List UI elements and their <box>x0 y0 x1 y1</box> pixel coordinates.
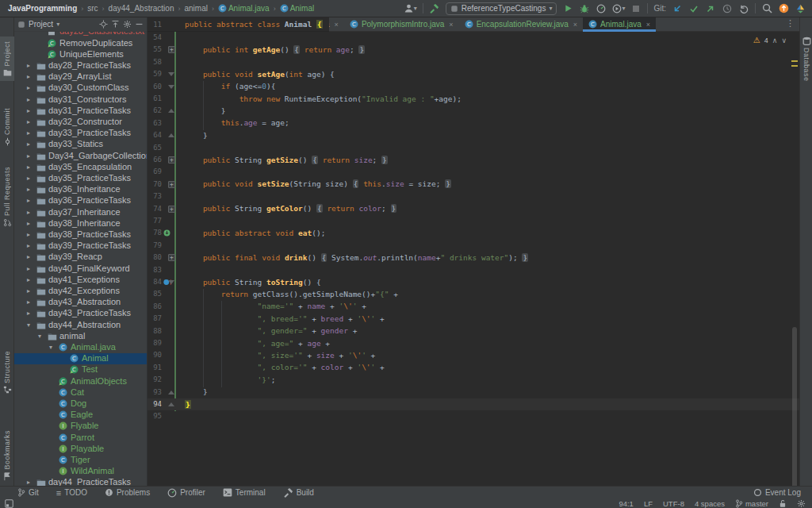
stripe-button-commit[interactable]: Commit <box>0 106 14 148</box>
code-line-65[interactable]: 65 <box>147 142 799 154</box>
fold-marker[interactable] <box>168 401 175 408</box>
search-everywhere-button[interactable] <box>761 2 772 15</box>
code-line-95[interactable]: 95 <box>147 410 799 422</box>
gear-icon[interactable] <box>123 20 132 29</box>
debug-button[interactable] <box>579 2 590 15</box>
tree-item-day42-exceptions[interactable]: ▸day42_Exceptions <box>14 285 147 296</box>
stripe-button-database[interactable]: Database <box>800 37 812 92</box>
tree-item-day28-practicetasks[interactable]: ▸day28_PracticeTasks <box>14 60 147 71</box>
stripe-button-pull-requests[interactable]: Pull Requests <box>0 162 14 232</box>
code-line-59[interactable]: 59 public void setAge(int age) { <box>147 68 799 80</box>
tree-item-cat[interactable]: CCat <box>14 387 147 398</box>
tree-item-eagle[interactable]: CEagle <box>14 410 147 421</box>
breadcrumb-item[interactable]: JavaProgramming <box>8 4 77 13</box>
tab-polymorphismintro-java[interactable]: CPolymorphismIntro.java× <box>344 17 459 31</box>
code-line-87[interactable]: 87 ", breed='" + breed + '\'' + <box>147 313 799 325</box>
chevron-right-icon[interactable]: ▸ <box>27 62 30 69</box>
git-commit-button[interactable] <box>688 2 699 15</box>
code-line-83[interactable]: 83 <box>147 264 799 276</box>
code-line-88[interactable]: 88 ", gender=" + gender + <box>147 325 799 337</box>
code-line-60[interactable]: 60 if (age<=0){ <box>147 81 799 93</box>
status-line-ending[interactable]: LF <box>644 499 653 508</box>
tree-item-tiger[interactable]: CTiger <box>14 454 147 465</box>
chevron-right-icon[interactable]: ▸ <box>27 479 30 486</box>
ide-update-icon[interactable] <box>778 2 789 15</box>
code-line-62[interactable]: 62 } <box>147 105 799 117</box>
next-warning-icon[interactable]: ∨ <box>781 37 787 44</box>
tree-item-day39-practicetasks[interactable]: ▸day39_PracticeTasks <box>14 241 147 252</box>
tree-item-day33-practicetasks[interactable]: ▸day33_PracticeTasks <box>14 128 147 139</box>
chevron-down-icon[interactable]: ▾ <box>38 333 41 340</box>
event-log-button[interactable]: Event Log <box>753 488 801 497</box>
tree-item-day31-constructors[interactable]: ▸day31_Constructors <box>14 94 147 105</box>
code-editor[interactable]: 5455+ public int getAge() { return age; … <box>147 32 799 486</box>
stop-button[interactable] <box>630 2 642 15</box>
fold-marker[interactable] <box>168 71 175 78</box>
toolwindow-button-profiler[interactable]: Profiler <box>167 488 205 498</box>
chevron-right-icon[interactable]: ▸ <box>27 220 30 227</box>
code-line-69[interactable]: 69 <box>147 166 799 178</box>
chevron-right-icon[interactable]: ▸ <box>27 118 30 125</box>
close-icon[interactable]: × <box>335 21 339 29</box>
tree-item-uniqueelements[interactable]: CUniqueElements <box>14 48 147 60</box>
status-indent-size[interactable]: 4 spaces <box>695 499 725 508</box>
run-button[interactable] <box>562 2 573 15</box>
code-line-89[interactable]: 89 ", age=" + age + <box>147 337 799 349</box>
chevron-right-icon[interactable]: ▸ <box>27 287 30 294</box>
toolwindow-button-problems[interactable]: Problems <box>105 488 150 497</box>
code-line-74[interactable]: 74+ public String getColor() { return co… <box>147 203 799 215</box>
tree-item-day35-encapsulation[interactable]: ▸day35_Encapsulation <box>14 161 147 172</box>
chevron-right-icon[interactable]: ▸ <box>27 96 30 103</box>
build-hammer-icon[interactable] <box>429 2 440 15</box>
code-line-58[interactable]: 58 <box>147 56 799 68</box>
tree-item-day29-arraylist[interactable]: ▸day29_ArrayList <box>14 71 147 83</box>
tree-item-playable[interactable]: IPlayable <box>14 443 147 454</box>
status-caret-position[interactable]: 94:1 <box>619 499 634 508</box>
tree-item-day39-reacp[interactable]: ▸day39_Reacp <box>14 252 147 263</box>
code-line-79[interactable]: 79 <box>147 240 799 252</box>
fold-marker[interactable]: + <box>168 181 175 188</box>
fold-marker[interactable]: + <box>168 46 175 53</box>
chevron-right-icon[interactable]: ▸ <box>27 73 30 80</box>
code-line-84[interactable]: 84 public String toString() { <box>147 276 799 288</box>
chevron-right-icon[interactable]: ▸ <box>27 265 30 272</box>
code-line-66[interactable]: 66+ public String getSize() { return siz… <box>147 154 799 166</box>
implement-gutter-icon[interactable] <box>163 229 170 237</box>
tree-item-day35-practicetasks[interactable]: ▸day35_PracticeTasks <box>14 172 147 183</box>
readonly-lock-icon[interactable] <box>779 499 787 508</box>
chevron-right-icon[interactable]: ▸ <box>27 186 30 193</box>
chevron-right-icon[interactable]: ▸ <box>27 209 30 216</box>
code-line-54[interactable]: 54 <box>147 32 799 44</box>
locate-file-icon[interactable] <box>99 20 108 29</box>
tree-item-day30-customclass[interactable]: ▸day30_CustomClass <box>14 83 147 94</box>
tree-item-day33-statics[interactable]: ▸day33_Statics <box>14 139 147 150</box>
breadcrumb-item[interactable]: animal <box>184 4 207 13</box>
close-icon[interactable]: × <box>449 21 453 29</box>
status-git-branch[interactable]: master <box>735 499 768 508</box>
tree-item-day34-garbagecollection[interactable]: ▸Day34_GarbageCollection <box>14 150 147 161</box>
tree-item-animal-java[interactable]: ▾CAnimal.java <box>14 341 147 352</box>
project-panel-title[interactable]: Project <box>29 20 53 29</box>
breadcrumb-item[interactable]: CAnimal <box>280 4 315 13</box>
tree-item-parrot[interactable]: CParrot <box>14 432 147 443</box>
code-line-78[interactable]: 78 public abstract void eat(); <box>147 227 799 239</box>
code-line-77[interactable]: 77 <box>147 215 799 227</box>
status-encoding[interactable]: UTF-8 <box>663 499 684 508</box>
tree-item-animal[interactable]: ▾animal <box>14 330 147 341</box>
tree-item-day41-exceptions[interactable]: ▸day41_Exceptions <box>14 274 147 285</box>
tab-encapsulationreview-java[interactable]: CEncapsulationReview.java× <box>459 17 583 31</box>
code-line-73[interactable]: 73 <box>147 190 799 202</box>
chevron-down-icon[interactable]: ▾ <box>56 21 59 28</box>
stripe-button-project[interactable]: Project <box>0 37 14 81</box>
chevron-right-icon[interactable]: ▸ <box>27 140 30 148</box>
code-line-61[interactable]: 61 throw new RuntimeException("Invalid a… <box>147 93 799 105</box>
fold-marker[interactable] <box>168 83 175 90</box>
fold-marker[interactable] <box>168 389 175 396</box>
chevron-right-icon[interactable]: ▸ <box>27 310 30 317</box>
fold-marker[interactable]: + <box>168 254 175 261</box>
rollback-button[interactable] <box>738 2 749 15</box>
chevron-right-icon[interactable]: ▸ <box>27 152 30 160</box>
tree-item-day31-practicetasks[interactable]: ▸day31_PracticeTasks <box>14 105 147 116</box>
tree-item-flyable[interactable]: IFlyable <box>14 421 147 432</box>
toolwindow-button-build[interactable]: Build <box>283 487 314 498</box>
